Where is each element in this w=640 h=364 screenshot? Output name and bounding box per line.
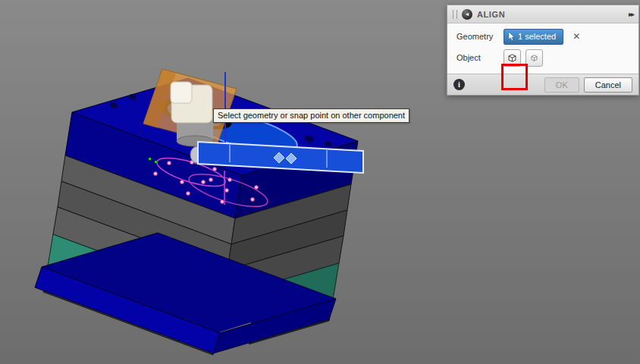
geometry-selection-count: 1 selected: [518, 32, 556, 41]
geometry-label: Geometry: [456, 32, 504, 41]
dialog-footer: i OK Cancel: [447, 74, 638, 95]
object-type-component-button[interactable]: [525, 49, 543, 67]
info-icon[interactable]: i: [453, 79, 465, 90]
dialog-titlebar[interactable]: ◂ ALIGN ▸▸: [447, 5, 638, 24]
outline-cube-icon: [529, 53, 539, 63]
expand-icon[interactable]: ▸▸: [629, 10, 633, 18]
cursor-icon: [508, 32, 515, 41]
cancel-button[interactable]: Cancel: [584, 77, 632, 93]
drag-grip-icon[interactable]: [453, 10, 457, 19]
solid-cube-icon: [507, 52, 518, 64]
align-command-icon: ◂: [462, 9, 472, 20]
cursor-tooltip: Select geometry or snap point on other c…: [213, 108, 409, 123]
ok-button[interactable]: OK: [544, 77, 579, 93]
dialog-title: ALIGN: [477, 10, 624, 19]
align-dialog: ◂ ALIGN ▸▸ Geometry 1 selected ✕ Object: [447, 5, 639, 96]
geometry-row: Geometry 1 selected ✕: [456, 28, 638, 45]
snap-point-green: [155, 161, 157, 163]
cream-snap-box[interactable]: [171, 82, 212, 123]
dialog-body: Geometry 1 selected ✕ Object: [447, 24, 638, 74]
object-row: Object: [456, 49, 638, 66]
geometry-selection-button[interactable]: 1 selected: [504, 29, 563, 45]
object-label: Object: [456, 53, 504, 62]
clear-selection-icon[interactable]: ✕: [573, 31, 580, 42]
object-type-body-button[interactable]: [504, 49, 521, 67]
snap-point-green: [149, 158, 151, 160]
